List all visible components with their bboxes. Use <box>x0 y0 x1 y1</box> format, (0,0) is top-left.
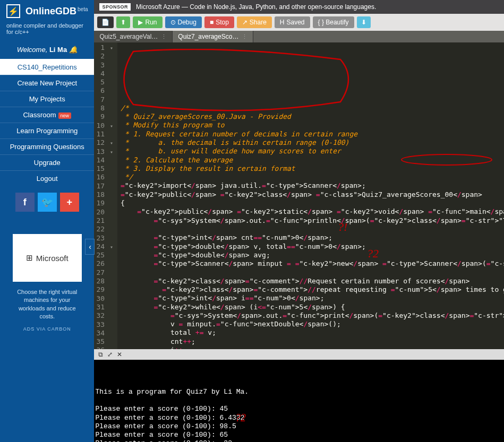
code-line[interactable]: * 2. Calculate the average <box>121 156 504 164</box>
code-line[interactable]: * Modify this program to <box>121 121 504 129</box>
code-line[interactable]: ="c-key2">class</span>="c-comment">//rep… <box>121 285 504 294</box>
code-line[interactable]: { <box>121 199 504 207</box>
new-file-button[interactable]: 📄 <box>97 16 114 28</box>
gutter-line: 1 ▾ <box>96 44 113 52</box>
code-line[interactable]: total += v; <box>121 328 504 337</box>
code-line[interactable]: ="c-key2">import</span> java.util.="c-ty… <box>121 181 504 190</box>
gutter-line: 24 ▾ <box>96 242 113 251</box>
console-expand-icon[interactable]: ⤢ <box>107 351 113 358</box>
ad-text[interactable]: Choose the right virtual machines for yo… <box>0 288 94 321</box>
console-copy-icon[interactable]: ⧉ <box>98 351 103 358</box>
code-line[interactable]: ="c-key2">class</span>="c-comment">//Req… <box>121 277 504 285</box>
code-line[interactable]: ="c-key2">public</span> ="c-key2">static… <box>121 207 504 216</box>
gutter-line: 18 <box>96 190 113 199</box>
sidebar-item-2[interactable]: My Projects <box>0 91 94 107</box>
side-menu: CS140_RepetitionsCreate New ProjectMy Pr… <box>0 59 94 186</box>
console-close-icon[interactable]: ✕ <box>117 351 122 358</box>
gutter-line: 3 <box>96 61 113 70</box>
collapse-sidebar-button[interactable]: ‹ <box>85 239 95 255</box>
sidebar: ⚡ OnlineGDBbeta online compiler and debu… <box>0 0 94 442</box>
console-line: This is a program for Quiz7 by Li Ma. <box>95 388 504 396</box>
code-line[interactable]: ="c-type">int</span> i=="c-num">0</span>… <box>121 294 504 302</box>
logo-beta: beta <box>78 6 88 12</box>
tagline: online compiler and debugger for c/c++ <box>0 22 94 40</box>
tab-menu-icon[interactable]: ⋮ <box>161 33 167 40</box>
bell-icon[interactable]: 🔔 <box>69 46 78 54</box>
facebook-icon[interactable]: f <box>15 193 35 212</box>
code-line[interactable]: ="c-type">double</span> avg; <box>121 251 504 259</box>
sidebar-item-5[interactable]: Programming Questions <box>0 138 94 154</box>
sponsor-tag: SPONSOR <box>99 3 131 11</box>
new-badge: new <box>58 112 72 119</box>
gutter-line: 32 <box>96 311 113 320</box>
sponsor-bar[interactable]: SPONSOR Microsoft Azure — Code in Node.j… <box>94 0 504 14</box>
code-line[interactable]: * a. the decimal is within certain range… <box>121 138 504 147</box>
sidebar-item-0[interactable]: CS140_Repetitions <box>0 59 94 75</box>
gutter-line: 8 <box>96 104 113 112</box>
download-button[interactable]: ⬇ <box>357 16 371 28</box>
tab-1[interactable]: Quiz7_averageSco… ⋮ <box>173 31 253 42</box>
logo-icon: ⚡ <box>6 4 20 18</box>
console-output[interactable]: ?2 This is a program for Quiz7 by Li Ma.… <box>94 360 504 442</box>
share-button[interactable]: ↗ Share <box>237 16 272 28</box>
tab-menu-icon[interactable]: ⋮ <box>242 33 247 40</box>
gutter-line: 29 <box>96 285 113 294</box>
code-line[interactable]: ="c-key2">public</span> ="c-key2">class<… <box>121 190 504 199</box>
gutter: 1 ▾2 3 4 5 6 7 8 9 10 ▾11 12 ▾13 ▾14 15 … <box>94 42 117 349</box>
code-line[interactable]: * 1. Request certain number of decimals … <box>121 130 504 138</box>
sidebar-item-4[interactable]: Learn Programming <box>0 123 94 138</box>
code-line[interactable] <box>121 268 504 276</box>
code-editor[interactable]: 1 ▾2 3 4 5 6 7 8 9 10 ▾11 12 ▾13 ▾14 15 … <box>94 42 504 349</box>
code-line[interactable]: v = minput.="c-func">nextDouble</span>()… <box>121 320 504 328</box>
logo-text: OnlineGDB <box>25 6 76 16</box>
sidebar-item-7[interactable]: Logout <box>0 170 94 186</box>
gutter-line: 22 <box>96 225 113 233</box>
code-line[interactable]: */ <box>121 173 504 181</box>
beautify-button[interactable]: { } Beautify <box>313 16 354 28</box>
stop-button[interactable]: ■ Stop <box>204 16 234 28</box>
upload-button[interactable]: ⬆ <box>116 16 130 28</box>
sidebar-item-3[interactable]: Classroomnew <box>0 107 94 123</box>
gutter-line: 4 <box>96 70 113 78</box>
code-area[interactable]: ?! ?2 /* * Quiz7_averageScores_00.Java -… <box>117 42 504 349</box>
code-line[interactable]: * b. user will decide how many scores to… <box>121 147 504 155</box>
code-line[interactable]: i++; <box>121 346 504 349</box>
twitter-icon[interactable]: 🐦 <box>38 193 57 212</box>
console-line: Please enter a score (0-100): 45 <box>95 405 504 413</box>
code-line[interactable]: * 3. Display the result in certain forma… <box>121 164 504 173</box>
gutter-line: 5 <box>96 78 113 86</box>
ad-via[interactable]: ADS VIA CARBON <box>0 321 94 337</box>
code-line[interactable]: ="c-key2">while</span> (i<="c-num">5</sp… <box>121 303 504 311</box>
code-line[interactable]: ="c-type">Scanner</span> minput = ="c-ke… <box>121 259 504 268</box>
code-line[interactable]: ="c-sys">System</span>.out.="c-func">pri… <box>121 216 504 225</box>
code-line[interactable]: ="c-type">double</span> v, total=="c-num… <box>121 242 504 251</box>
gutter-line: 26 <box>96 259 113 268</box>
code-line[interactable]: /* <box>121 104 504 112</box>
sponsor-text: Microsoft Azure — Code in Node.js, Java,… <box>136 3 376 11</box>
debug-button[interactable]: ⊙ Debug <box>165 16 202 28</box>
console-line: Please enter a score (0-100): 65 <box>95 431 504 439</box>
code-line[interactable]: ="c-type">int</span> cnt=="c-num">0</spa… <box>121 233 504 242</box>
ad-image[interactable]: ⊞ Microsoft <box>13 234 82 282</box>
gutter-line: 15 <box>96 164 113 173</box>
run-button[interactable]: ▶ Run <box>133 16 162 28</box>
logo[interactable]: ⚡ OnlineGDBbeta <box>0 0 94 22</box>
code-line[interactable]: cnt++; <box>121 337 504 346</box>
sidebar-item-1[interactable]: Create New Project <box>0 75 94 91</box>
social-row: f 🐦 + <box>0 186 94 218</box>
gutter-line: 11 <box>96 130 113 138</box>
gutter-line: 31 <box>96 303 113 311</box>
code-line[interactable]: * Quiz7_averageScores_00.Java - Provided <box>121 112 504 121</box>
sidebar-item-6[interactable]: Upgrade <box>0 154 94 170</box>
gutter-line: 34 <box>96 329 113 337</box>
gutter-line: 17 <box>96 182 113 190</box>
gutter-line: 16 <box>96 173 113 181</box>
save-button[interactable]: H Saved <box>275 16 310 28</box>
gutter-line: 20 <box>96 208 113 216</box>
tab-0[interactable]: Quiz5_averageVal… ⋮ <box>94 31 173 42</box>
console-line: Please enter a score (0-100): 6.4332 <box>95 414 504 422</box>
code-line[interactable] <box>121 225 504 233</box>
gutter-line: 19 <box>96 199 113 207</box>
plus-icon[interactable]: + <box>60 193 79 212</box>
code-line[interactable]: ="c-sys">System</span>.out.="c-func">pri… <box>121 311 504 320</box>
